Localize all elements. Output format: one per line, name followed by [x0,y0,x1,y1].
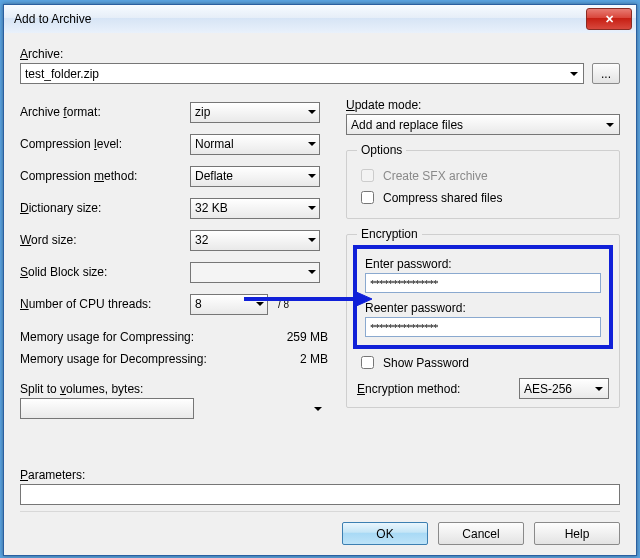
cancel-button[interactable]: Cancel [438,522,524,545]
help-button[interactable]: Help [534,522,620,545]
memc-value: 259 MB [248,330,328,344]
dict-select[interactable] [190,198,320,219]
archive-field-wrap [20,63,584,84]
word-select[interactable] [190,230,320,251]
format-select[interactable] [190,102,320,123]
enc-method-label: Encryption method: [357,382,519,396]
shared-checkbox[interactable] [361,191,374,204]
shared-checkbox-row[interactable]: Compress shared files [357,188,609,207]
dialog-body: Archive: ... Archive format: Compression… [4,33,636,555]
update-select[interactable] [346,114,620,135]
left-column: Archive format: Compression level: Compr… [20,96,328,466]
split-select[interactable] [20,398,194,419]
split-label: Split to volumes, bytes: [20,382,328,396]
show-password-row[interactable]: Show Password [357,353,609,372]
method-select[interactable] [190,166,320,187]
level-select[interactable] [190,134,320,155]
ok-button[interactable]: OK [342,522,428,545]
threads-label: Number of CPU threads: [20,297,190,311]
method-label: Compression method: [20,169,190,183]
archive-input[interactable] [20,63,584,84]
block-select [190,262,320,283]
encryption-legend: Encryption [357,227,422,241]
close-icon: ✕ [605,14,614,25]
parameters-input[interactable] [20,484,620,505]
sfx-checkbox-row: Create SFX archive [357,166,609,185]
close-button[interactable]: ✕ [586,8,632,30]
dict-label: Dictionary size: [20,201,190,215]
sfx-checkbox [361,169,374,182]
memd-value: 2 MB [248,352,328,366]
format-label: Archive format: [20,105,190,119]
parameters-label: Parameters: [20,468,620,482]
dialog-add-to-archive: Add to Archive ✕ Archive: ... Archive fo… [3,4,637,556]
reenter-password-label: Reenter password: [365,301,601,315]
columns: Archive format: Compression level: Compr… [20,96,620,466]
footer: OK Cancel Help [20,511,620,545]
memd-label: Memory usage for Decompressing: [20,352,248,366]
encryption-group: Encryption Enter password: Reenter passw… [346,227,620,408]
encryption-highlight: Enter password: Reenter password: [353,245,613,349]
reenter-password-input[interactable] [365,317,601,337]
browse-button[interactable]: ... [592,63,620,84]
annotation-arrow-icon [244,289,374,309]
update-label: Update mode: [346,98,620,112]
word-label: Word size: [20,233,190,247]
archive-label: Archive: [20,47,620,61]
show-password-checkbox[interactable] [361,356,374,369]
options-legend: Options [357,143,406,157]
shared-label: Compress shared files [383,191,502,205]
enc-method-select[interactable] [519,378,609,399]
svg-marker-1 [354,291,372,307]
show-password-label: Show Password [383,356,469,370]
right-column: Update mode: Options Create SFX archive … [346,96,620,466]
enter-password-input[interactable] [365,273,601,293]
memc-label: Memory usage for Compressing: [20,330,248,344]
window-title: Add to Archive [14,12,586,26]
archive-row: ... [20,63,620,84]
level-label: Compression level: [20,137,190,151]
sfx-label: Create SFX archive [383,169,488,183]
titlebar: Add to Archive ✕ [4,5,636,34]
enter-password-label: Enter password: [365,257,601,271]
block-label: Solid Block size: [20,265,190,279]
options-group: Options Create SFX archive Compress shar… [346,143,620,219]
